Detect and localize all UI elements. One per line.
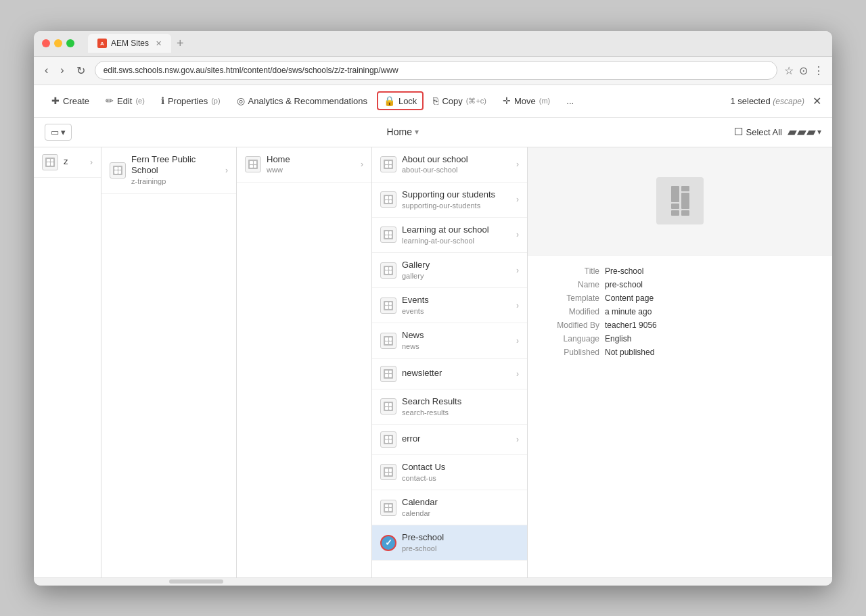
list-item[interactable]: Gallerygallery › bbox=[372, 253, 527, 288]
column-4: About our schoolabout-our-school › Suppo… bbox=[372, 147, 528, 577]
edit-icon: ✏ bbox=[106, 95, 114, 106]
back-button[interactable]: ‹ bbox=[42, 62, 51, 79]
item-icon bbox=[380, 333, 396, 349]
item-icon bbox=[245, 156, 261, 172]
meta-modified-value: a minute ago bbox=[605, 307, 652, 316]
list-item[interactable]: z › bbox=[34, 147, 101, 178]
select-all-area: ☐ Select All ▰▰▰ ▾ bbox=[734, 124, 821, 139]
item-icon bbox=[380, 464, 396, 480]
forward-button[interactable]: › bbox=[58, 62, 66, 79]
item-icon bbox=[110, 162, 126, 179]
maximize-button[interactable] bbox=[66, 39, 74, 47]
tab-area: A AEM Sites ✕ + bbox=[88, 34, 824, 53]
analytics-icon: ◎ bbox=[237, 95, 245, 106]
list-item[interactable]: Pre-schoolpre-school bbox=[372, 525, 527, 561]
properties-label: Properties bbox=[168, 96, 208, 106]
item-icon bbox=[380, 398, 396, 414]
list-item[interactable]: Eventsevents › bbox=[372, 288, 527, 323]
column-2: Fern Tree Public School z-trainingp › bbox=[101, 147, 237, 577]
list-item[interactable]: Home www › bbox=[237, 147, 371, 183]
panel-toggle-button[interactable]: ▭ ▾ bbox=[45, 124, 72, 141]
view-toggle-button[interactable]: ▰▰▰ ▾ bbox=[788, 124, 821, 139]
item-sub: www bbox=[267, 165, 355, 174]
move-label: Move bbox=[514, 96, 536, 106]
view-list-icon: ▰▰▰ bbox=[788, 124, 816, 139]
more-button[interactable]: ... bbox=[560, 92, 580, 110]
meta-title-value: Pre-school bbox=[605, 266, 643, 276]
active-tab[interactable]: A AEM Sites ✕ bbox=[88, 34, 171, 53]
tab-close-button[interactable]: ✕ bbox=[156, 39, 162, 48]
escape-hint: (escape) bbox=[773, 97, 804, 106]
close-selection-button[interactable]: ✕ bbox=[813, 95, 821, 108]
metadata-section: Title Pre-school Name pre-school Templat… bbox=[528, 256, 832, 577]
refresh-button[interactable]: ↻ bbox=[74, 62, 88, 80]
item-icon bbox=[380, 227, 396, 243]
secondary-toolbar: ▭ ▾ Home ▾ ☐ Select All ▰▰▰ ▾ bbox=[34, 118, 832, 147]
copy-button[interactable]: ⎘ Copy (⌘+c) bbox=[426, 91, 493, 110]
meta-published-label: Published bbox=[539, 348, 599, 357]
edit-button[interactable]: ✏ Edit (e) bbox=[99, 91, 152, 110]
list-item[interactable]: newsletter › bbox=[372, 359, 527, 389]
item-text: Home www bbox=[267, 154, 355, 175]
list-item[interactable]: Learning at our schoollearning-at-our-sc… bbox=[372, 218, 527, 253]
tab-favicon: A bbox=[97, 39, 107, 48]
address-input[interactable] bbox=[95, 61, 777, 80]
bookmark-button[interactable]: ☆ bbox=[784, 64, 794, 77]
horizontal-scrollbar[interactable] bbox=[34, 577, 832, 586]
panel-toggle-icon: ▭ bbox=[51, 127, 59, 137]
home-label[interactable]: Home bbox=[387, 126, 412, 137]
main-toolbar: ✚ Create ✏ Edit (e) ℹ Properties (p) ◎ A… bbox=[34, 85, 832, 118]
item-chevron: › bbox=[90, 158, 93, 167]
meta-template-label: Template bbox=[539, 293, 599, 303]
list-item[interactable]: Supporting our studentssupporting-our-st… bbox=[372, 183, 527, 218]
selected-count: 1 selected (escape) bbox=[730, 96, 804, 106]
new-tab-button[interactable]: + bbox=[177, 37, 184, 49]
list-item[interactable]: Contact Uscontact-us bbox=[372, 455, 527, 490]
meta-published-value: Not published bbox=[605, 348, 654, 357]
more-label: ... bbox=[566, 96, 574, 106]
item-chevron: › bbox=[361, 160, 363, 169]
meta-modifiedby-row: Modified By teacher1 9056 bbox=[539, 321, 821, 330]
address-bar: ‹ › ↻ ☆ ⊙ ⋮ bbox=[34, 57, 832, 85]
properties-button[interactable]: ℹ Properties (p) bbox=[154, 91, 227, 110]
lock-button[interactable]: 🔒 Lock bbox=[377, 91, 424, 110]
select-all-button[interactable]: ☐ Select All bbox=[734, 126, 782, 138]
meta-template-row: Template Content page bbox=[539, 293, 821, 303]
close-button[interactable] bbox=[42, 39, 50, 47]
list-item[interactable]: About our schoolabout-our-school › bbox=[372, 147, 527, 183]
item-icon bbox=[380, 500, 396, 516]
item-text: z bbox=[64, 156, 85, 168]
selected-check-icon bbox=[380, 535, 396, 551]
content-area: z › Fern Tree Public School z-trainingp … bbox=[34, 147, 832, 577]
page-preview bbox=[528, 147, 832, 256]
panel-toggle-chevron: ▾ bbox=[61, 127, 66, 137]
analytics-button[interactable]: ◎ Analytics & Recommendations bbox=[230, 91, 374, 110]
select-all-label: Select All bbox=[746, 127, 782, 137]
create-button[interactable]: ✚ Create bbox=[45, 91, 96, 110]
breadcrumb-chevron: ▾ bbox=[415, 127, 419, 137]
list-item[interactable]: Newsnews › bbox=[372, 323, 527, 358]
meta-modified-label: Modified bbox=[539, 307, 599, 316]
list-item[interactable]: error › bbox=[372, 425, 527, 455]
item-icon bbox=[380, 366, 396, 382]
list-item[interactable]: Fern Tree Public School z-trainingp › bbox=[101, 147, 236, 194]
page-thumbnail bbox=[656, 177, 704, 224]
minimize-button[interactable] bbox=[54, 39, 62, 47]
meta-template-value: Content page bbox=[605, 293, 654, 303]
list-item[interactable]: Calendarcalendar bbox=[372, 490, 527, 525]
move-button[interactable]: ✛ Move (m) bbox=[496, 91, 557, 110]
item-icon bbox=[380, 262, 396, 279]
item-icon bbox=[380, 298, 396, 314]
column-1: z › bbox=[34, 147, 101, 577]
scrollbar-thumb[interactable] bbox=[169, 579, 223, 584]
create-icon: ✚ bbox=[51, 95, 60, 106]
meta-title-label: Title bbox=[539, 266, 599, 276]
select-all-checkbox-icon: ☐ bbox=[734, 126, 743, 138]
list-item[interactable]: Search Resultssearch-results bbox=[372, 389, 527, 425]
item-icon bbox=[380, 156, 396, 172]
menu-button[interactable]: ⋮ bbox=[813, 64, 824, 77]
profile-button[interactable]: ⊙ bbox=[799, 64, 808, 77]
item-text: Fern Tree Public School z-trainingp bbox=[131, 154, 220, 187]
item-name: Fern Tree Public School bbox=[131, 154, 220, 177]
meta-modified-row: Modified a minute ago bbox=[539, 307, 821, 316]
